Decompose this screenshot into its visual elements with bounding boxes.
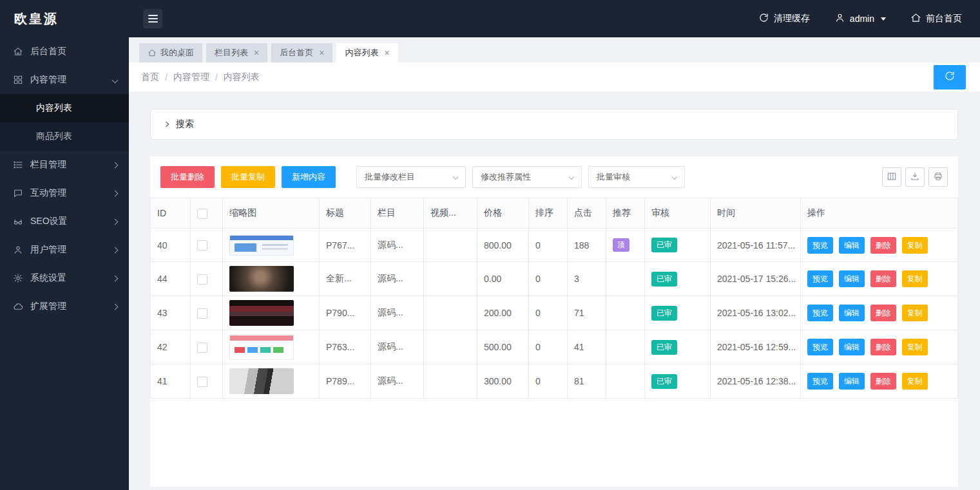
export-icon [910, 171, 920, 184]
sidebar-item-settings[interactable]: 系统设置 [0, 264, 129, 292]
delete-button[interactable]: 删除 [870, 339, 896, 355]
sidebar-item-label: 系统设置 [30, 272, 66, 284]
sidebar-item-content-list[interactable]: 内容列表 [0, 94, 129, 122]
add-content-button[interactable]: 新增内容 [282, 166, 336, 188]
row-checkbox[interactable] [197, 377, 207, 387]
grid-icon [13, 75, 23, 85]
search-collapse-panel[interactable]: 搜索 [150, 109, 958, 140]
sidebar-toggle-button[interactable] [143, 9, 162, 28]
delete-button[interactable]: 删除 [870, 270, 896, 287]
delete-button[interactable]: 删除 [870, 305, 896, 321]
columns-icon [887, 171, 897, 184]
breadcrumb-current: 内容列表 [224, 71, 260, 83]
refresh-page-button[interactable] [934, 65, 966, 90]
edit-button[interactable]: 编辑 [839, 305, 865, 321]
cell-id: 44 [151, 262, 191, 296]
batch-delete-button[interactable]: 批量删除 [160, 166, 215, 188]
delete-button[interactable]: 删除 [870, 237, 896, 254]
breadcrumb-content[interactable]: 内容管理 [173, 71, 209, 83]
sidebar-item-content[interactable]: 内容管理 [0, 66, 129, 94]
top-header: 欧皇源 清理缓存 admin 前台首页 [0, 0, 980, 37]
copy-button[interactable]: 复制 [902, 305, 928, 321]
thumbnail-image[interactable] [229, 266, 294, 292]
sidebar-item-interaction[interactable]: 互动管理 [0, 179, 129, 207]
app-logo: 欧皇源 [0, 10, 129, 28]
copy-button[interactable]: 复制 [902, 373, 928, 390]
tab-desktop[interactable]: 我的桌面 [139, 43, 202, 62]
row-checkbox[interactable] [197, 240, 207, 250]
print-button[interactable] [928, 167, 948, 187]
tab-column-list[interactable]: 栏目列表 × [206, 43, 267, 62]
batch-change-column-select[interactable]: 批量修改栏目 [356, 166, 466, 188]
edit-button[interactable]: 编辑 [839, 237, 865, 254]
preview-button[interactable]: 预览 [807, 373, 833, 390]
chevron-right-icon [112, 303, 119, 310]
tab-content-list[interactable]: 内容列表 × [336, 43, 398, 62]
chevron-right-icon [112, 162, 119, 168]
table-tools [882, 167, 948, 187]
sidebar-item-seo[interactable]: SEO设置 [0, 207, 129, 236]
cell-id: 40 [151, 229, 191, 262]
cell-title: P790... [320, 296, 371, 330]
chevron-right-icon [112, 247, 119, 253]
breadcrumb-home[interactable]: 首页 [141, 71, 159, 83]
cell-clicks: 71 [568, 296, 606, 330]
sidebar-item-dashboard[interactable]: 后台首页 [0, 37, 129, 66]
edit-button[interactable]: 编辑 [839, 270, 865, 287]
header-time: 时间 [711, 198, 801, 229]
close-icon[interactable]: × [254, 48, 259, 57]
edit-button[interactable]: 编辑 [839, 339, 865, 355]
cell-sort: 0 [529, 262, 568, 296]
sidebar-item-columns[interactable]: 栏目管理 [0, 151, 129, 179]
sidebar-item-label: SEO设置 [30, 216, 68, 227]
tab-label: 栏目列表 [215, 47, 248, 59]
cell-category: 源码... [371, 296, 424, 330]
row-checkbox[interactable] [197, 274, 207, 285]
cell-video [424, 262, 477, 296]
thumbnail-image[interactable] [229, 300, 294, 326]
batch-audit-select[interactable]: 批量审核 [588, 166, 685, 188]
close-icon[interactable]: × [319, 48, 324, 57]
preview-button[interactable]: 预览 [807, 237, 833, 254]
copy-button[interactable]: 复制 [902, 339, 928, 355]
preview-button[interactable]: 预览 [807, 305, 833, 321]
user-icon [13, 245, 23, 255]
row-checkbox[interactable] [197, 308, 207, 319]
tab-label: 我的桌面 [160, 47, 194, 59]
front-home-link[interactable]: 前台首页 [910, 12, 962, 25]
copy-button[interactable]: 复制 [902, 237, 928, 254]
user-icon [834, 12, 845, 25]
tab-bar: 我的桌面 栏目列表 × 后台首页 × 内容列表 × [129, 37, 980, 62]
cell-sort: 0 [529, 364, 568, 399]
cell-clicks: 41 [568, 330, 606, 364]
change-recommend-select[interactable]: 修改推荐属性 [472, 166, 582, 188]
close-icon[interactable]: × [384, 48, 389, 57]
sidebar-item-label: 内容列表 [36, 102, 72, 114]
content-table: ID 缩略图 标题 栏目 视频... 价格 排序 点击 推荐 审核 时间 操作 [150, 198, 958, 399]
thumbnail-image[interactable] [229, 334, 294, 360]
sidebar-item-users[interactable]: 用户管理 [0, 236, 129, 264]
clear-cache-button[interactable]: 清理缓存 [758, 12, 810, 25]
user-menu[interactable]: admin [834, 12, 886, 25]
copy-button[interactable]: 复制 [902, 270, 928, 287]
sidebar-item-goods-list[interactable]: 商品列表 [0, 122, 129, 151]
cell-recommend [606, 364, 645, 399]
thumbnail-image[interactable] [229, 235, 294, 256]
edit-button[interactable]: 编辑 [839, 373, 865, 390]
content-list-card: 批量删除 批量复制 新增内容 批量修改栏目 修改推荐属性 批量审核 [150, 156, 958, 487]
preview-button[interactable]: 预览 [807, 339, 833, 355]
export-button[interactable] [905, 167, 925, 187]
sidebar-item-extensions[interactable]: 扩展管理 [0, 292, 129, 321]
batch-copy-button[interactable]: 批量复制 [221, 166, 275, 188]
header-price: 价格 [477, 198, 529, 229]
tab-dashboard[interactable]: 后台首页 × [271, 43, 332, 62]
row-checkbox[interactable] [197, 343, 207, 353]
preview-button[interactable]: 预览 [807, 270, 833, 287]
thumbnail-image[interactable] [229, 368, 294, 394]
delete-button[interactable]: 删除 [870, 373, 896, 390]
select-all-checkbox[interactable] [197, 209, 207, 219]
columns-filter-button[interactable] [882, 167, 901, 187]
cell-price: 0.00 [477, 262, 529, 296]
front-home-label: 前台首页 [926, 13, 962, 24]
clear-cache-label: 清理缓存 [774, 13, 810, 24]
